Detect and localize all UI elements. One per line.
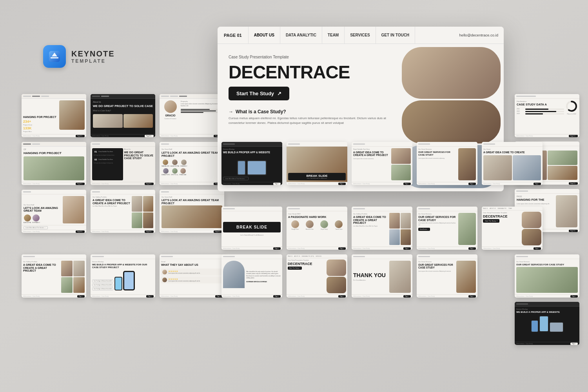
nav-team[interactable]: TEAM	[322, 27, 345, 44]
app-name: KEYNOTE	[71, 49, 115, 58]
brand-text: KEYNOTE TEMPLATE	[71, 49, 115, 64]
slide11-heading: WE BUILD A PROPER APP & WEBSITE	[223, 151, 281, 154]
slide8-label: Our Great Staff	[24, 204, 61, 206]
slide-thumb-4[interactable]: OF HANGING FOR PROJECT @decentrace - Cas…	[22, 142, 86, 185]
slide3-title: Content of Creative	[164, 118, 176, 120]
slide1-stat1: 234+	[23, 120, 58, 123]
slide7-heading: CASE STUDY DATA A	[517, 103, 564, 106]
slide2-sub: What Is a Case Study?	[93, 110, 153, 112]
thank-you-sub: For Your Attention	[353, 279, 388, 281]
slide9-label: Our Gallery Portfolio	[93, 196, 130, 198]
nav-get-in-touch[interactable]: GET IN TOUCH	[376, 27, 415, 44]
slide-big-team[interactable]: BREAK SLIDE Let's Take A Break For A Mom…	[287, 142, 347, 185]
slide-app-website[interactable]: Devices Mockup WE BUILD A PROPER APP & W…	[91, 254, 155, 298]
hero-photo-1	[402, 47, 501, 99]
nav-email: hello@decentrace.co.id	[454, 27, 504, 44]
slide-devices[interactable]: Devices Mockup WE BUILD A PROPER APP & W…	[221, 142, 282, 185]
slide16-label: Our Gallery Portfolio	[23, 261, 60, 263]
hero-nav: PAGE 01 ABOUT US DATA ANALYTIC TEAM SERV…	[218, 27, 504, 44]
slide11-label: Devices Mockup	[223, 148, 281, 150]
slide18-label: Great!	[161, 261, 223, 263]
slide2-heading: WE DO GREAT PROJECT TO SOLVE CASE	[93, 104, 153, 108]
slide5-heading: WE DO GREAT PROJECTS TO SOLVE CASE STUDY	[124, 151, 154, 160]
slide16-heading: A GREAT IDEA COME TO CREATE A GREAT PROJ…	[23, 263, 60, 272]
hero-section-title: → What is a Case Study?	[229, 109, 391, 114]
slide9-heading: A GREAT IDEA COME TO CREATE A GREAT PROJ…	[93, 199, 130, 205]
slide-services-phone[interactable]: Our Great Services OUR GREAT SERVICES FO…	[417, 142, 477, 185]
hero-title: DECENTRACE	[229, 63, 391, 81]
page-wrapper: KEYNOTE TEMPLATE HANGING FOR PROJECT 234…	[0, 0, 588, 392]
slide15-label: Our Great Services	[418, 213, 457, 215]
app-subtitle: TEMPLATE	[71, 58, 115, 64]
slide4-heading: HANGING FOR PROJECT	[24, 152, 84, 155]
slide21-label: Our Great Services	[418, 261, 455, 263]
hero-cta-button[interactable]: Start The Study ↗	[229, 87, 289, 100]
slide-break[interactable]: BREAK SLIDE Let's Take A Break For A Mom…	[221, 207, 282, 250]
nav-page-label: PAGE 01	[218, 27, 249, 44]
slide-quote[interactable]: War should be the only study of a prince…	[221, 254, 282, 298]
slide-row-2-left: OF HANGING FOR PROJECT @decentrace - Cas…	[22, 142, 224, 185]
nav-data-analytic[interactable]: DATA ANALYTIC	[280, 27, 322, 44]
keynote-app-icon	[43, 45, 66, 68]
slide-row-devices: Devices Mockup WE BUILD A PROPER APP & W…	[221, 142, 543, 185]
slide-thumb-7[interactable]: Data Analytics CASE STUDY DATA A 2021 20…	[515, 94, 579, 137]
slide17-label: Devices Mockup	[92, 261, 154, 263]
hero-label: Case Study Presentation Template	[229, 55, 391, 59]
slide-hero-mini[interactable]: PAGE 01 ABOUT US DATA ANALYTIC TEAM Case…	[482, 207, 543, 250]
slide-thumb-1[interactable]: HANGING FOR PROJECT 234+ Project Done 13…	[22, 94, 86, 137]
slide14-heading: A GREAT IDEA COME TO CREATE A GREAT PROJ…	[353, 216, 388, 225]
slide10-label: Our Great Staff	[162, 196, 222, 198]
slide1-heading: HANGING FOR PROJECT	[23, 116, 58, 119]
quote-text: War should be the only study of a prince…	[246, 271, 281, 279]
slide-rb2[interactable]: Devices Mockup WE BUILD A PROPER APP & W…	[515, 302, 579, 345]
slide-thumb-5[interactable]: 01 Great Subtitle Text Here In Futura di…	[91, 142, 155, 185]
slide18-heading: WHAT THEY SAY ABOUT US	[161, 263, 223, 267]
slide-thumb-2[interactable]: About Us WE DO GREAT PROJECT TO SOLVE CA…	[91, 94, 155, 137]
slide-row-1-left: HANGING FOR PROJECT 234+ Project Done 13…	[22, 94, 224, 137]
slide-rb1[interactable]: Our Great Services OUR GREAT SERVICES FO…	[515, 254, 579, 298]
slide14-label: Our Gallery Portfolio	[353, 213, 388, 215]
slide7-label: Data Analytics	[517, 100, 564, 102]
slide-thank-you[interactable]: THANK YOU For Your Attention @decentrace…	[352, 254, 412, 298]
slide-hero-mini-2[interactable]: PAGE 01 ABOUT US DATA ANALYTIC (DTG) SER…	[287, 254, 347, 298]
slide1-stat2: 133K	[23, 126, 58, 130]
break-heading: BREAK SLIDE	[225, 225, 279, 229]
slide6-label: Our Great Staff	[162, 148, 222, 150]
hero-photo-2	[402, 100, 501, 143]
slide10-heading: LET'S LOOK AT AN AMAZING GREAT TEAM PROJ…	[162, 199, 222, 205]
hero-section: → What is a Case Study? Cursus metus ali…	[229, 109, 391, 125]
svg-rect-1	[51, 57, 58, 58]
slide-row-4: BREAK SLIDE Let's Take A Break For A Mom…	[221, 207, 543, 250]
thank-you-heading: THANK YOU	[353, 272, 388, 278]
slide-gallery-left[interactable]: Our Gallery Portfolio A GREAT IDEA COME …	[22, 254, 86, 298]
quote-author: GORMAN NIRCEA DORRAS	[246, 281, 281, 283]
slide-great-services[interactable]: Our Great Services OUR GREAT SERVICES FO…	[417, 207, 477, 250]
slide3-name: GRACIO	[165, 114, 176, 117]
slide13-heading: A PASSIONATE HARD WORK	[288, 216, 346, 219]
slide6-heading: LET'S LOOK AT AN AMAZING GREAT TEAM PROJ…	[162, 151, 222, 157]
slide-row-3-left: Our Great Staff LET'S LOOK AN AMAZING GR…	[22, 190, 224, 233]
hero-section-text: Cursus metus aliquam eleifend mi. Egesta…	[229, 116, 391, 125]
slide-thumb-9[interactable]: Our Gallery Portfolio A GREAT IDEA COME …	[91, 190, 155, 233]
slide17-heading: WE BUILD A PROPER APP & WEBSITE FOR OUR …	[92, 263, 154, 269]
slide-great-idea-2[interactable]: Our Gallery Portfolio A GREAT IDEA COME …	[352, 207, 412, 250]
slide8-heading: LET'S LOOK AN AMAZING GREAT TEAM	[24, 207, 61, 212]
slide-passionate[interactable]: Case Study DWC! A PASSIONATE HARD WORK S…	[287, 207, 347, 250]
slide-thumb-8[interactable]: Our Great Staff LET'S LOOK AN AMAZING GR…	[22, 190, 86, 233]
nav-services[interactable]: SERVICES	[345, 27, 376, 44]
nav-about-us[interactable]: ABOUT US	[249, 27, 280, 44]
slide-row-5-mid: War should be the only study of a prince…	[221, 254, 477, 298]
slide-services-last[interactable]: Our Great Services OUR GREAT SERVICES FO…	[417, 254, 477, 298]
break-sub: Let's Take A Break For A Moment	[240, 234, 263, 236]
slide-passionate-2[interactable]: Read Subtitle Text Here A GREAT IDEA COM…	[352, 142, 412, 185]
slide-thumb-3[interactable]: GRACIO Content of Creative Biography Lor…	[160, 94, 224, 137]
slide-col-right-bottom: Our Great Services OUR GREAT SERVICES FO…	[515, 254, 579, 345]
slide15-heading: OUR GREAT SERVICES FOR CASE STUDY	[418, 216, 457, 221]
slide-testimonials[interactable]: Great! WHAT THEY SAY ABOUT US ★★★★★ Lore…	[160, 254, 224, 298]
slide-thumb-6[interactable]: Our Great Staff LET'S LOOK AT AN AMAZING…	[160, 142, 224, 185]
slide-row-5: Our Gallery Portfolio A GREAT IDEA COME …	[22, 254, 224, 298]
slide13-label: Case Study DWC!	[288, 213, 346, 215]
slide21-heading: OUR GREAT SERVICES FOR CASE STUDY	[418, 263, 455, 269]
slide-last-extra[interactable]: Our Great A GREAT IDEA COME TO CREATE @d…	[482, 142, 543, 185]
slide-thumb-10[interactable]: Our Great Staff LET'S LOOK AT AN AMAZING…	[160, 190, 224, 233]
